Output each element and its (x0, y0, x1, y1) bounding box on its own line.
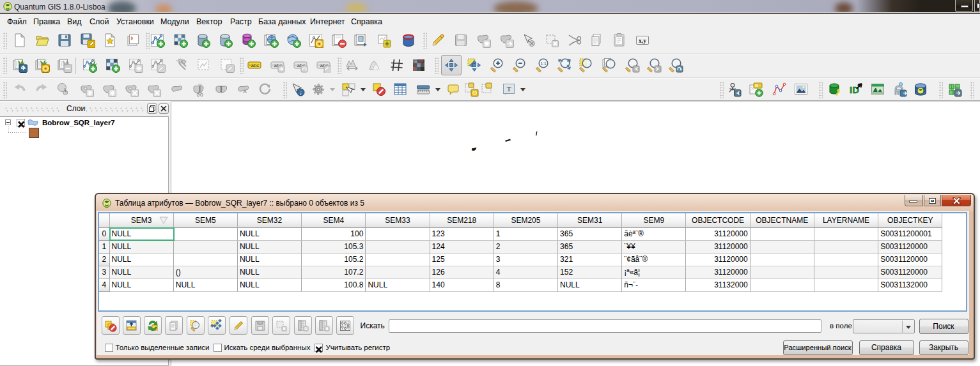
svg-text:abc: abc (251, 63, 260, 68)
svg-text:1:1: 1:1 (540, 61, 546, 66)
svg-text:x,y: x,y (639, 38, 646, 44)
svg-text:ID: ID (850, 84, 859, 95)
svg-text:T: T (507, 85, 511, 93)
